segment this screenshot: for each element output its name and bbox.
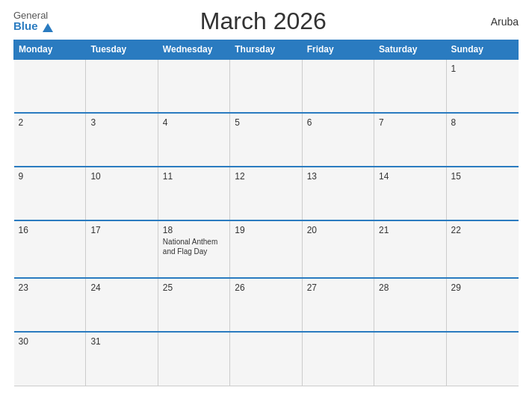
calendar-cell: 7: [374, 113, 446, 167]
day-number: 9: [19, 171, 81, 182]
weekday-header-sunday: Sunday: [446, 40, 518, 60]
calendar-cell: 26: [230, 278, 302, 332]
weekday-header-thursday: Thursday: [230, 40, 302, 60]
calendar-cell: 20: [302, 220, 374, 278]
day-number: 19: [235, 225, 297, 235]
day-number: 10: [90, 171, 152, 182]
day-number: 3: [90, 117, 152, 128]
calendar-week-row: 2345678: [14, 113, 519, 167]
weekday-header-tuesday: Tuesday: [86, 40, 158, 60]
day-number: 20: [307, 225, 369, 235]
day-number: 29: [451, 282, 514, 293]
weekday-header-saturday: Saturday: [374, 40, 446, 60]
calendar-cell: 17: [86, 220, 158, 278]
calendar-week-row: 1: [14, 59, 519, 113]
country-label: Aruba: [474, 16, 519, 28]
calendar-cell: [86, 59, 158, 113]
day-number: 14: [379, 171, 441, 182]
calendar-cell: 21: [374, 220, 446, 278]
day-number: 11: [163, 171, 225, 182]
calendar-cell: 22: [446, 220, 518, 278]
weekday-header-row: MondayTuesdayWednesdayThursdayFridaySatu…: [14, 40, 519, 60]
calendar-cell: [14, 59, 86, 113]
calendar-cell: 3: [86, 113, 158, 167]
calendar-cell: [374, 59, 446, 113]
calendar-cell: [230, 59, 302, 113]
day-number: 26: [235, 282, 297, 293]
calendar-cell: [230, 332, 302, 386]
calendar-week-row: 3031: [14, 332, 519, 386]
calendar-table: MondayTuesdayWednesdayThursdayFridaySatu…: [13, 40, 519, 386]
day-number: 1: [451, 64, 514, 74]
calendar-cell: 11: [158, 167, 229, 220]
calendar-cell: 4: [158, 113, 229, 167]
calendar-cell: 9: [14, 167, 86, 220]
day-number: 7: [379, 117, 441, 128]
calendar-cell: 12: [230, 167, 302, 220]
weekday-header-monday: Monday: [14, 40, 86, 60]
day-number: 17: [90, 225, 152, 235]
day-number: 13: [307, 171, 369, 182]
day-number: 30: [19, 336, 81, 347]
day-number: 23: [19, 282, 81, 293]
calendar-cell: 16: [14, 220, 86, 278]
calendar-cell: 2: [14, 113, 86, 167]
logo-triangle-icon: [43, 23, 53, 32]
calendar-title: March 2026: [53, 7, 474, 35]
calendar-cell: 30: [14, 332, 86, 386]
day-number: 6: [307, 117, 369, 128]
calendar-cell: 19: [230, 220, 302, 278]
weekday-header-friday: Friday: [302, 40, 374, 60]
day-number: 28: [379, 282, 441, 293]
calendar-cell: 1: [446, 59, 518, 113]
calendar-cell: 31: [86, 332, 158, 386]
calendar-header: General Blue March 2026 Aruba: [13, 7, 519, 35]
day-number: 31: [90, 336, 152, 347]
calendar-cell: [302, 59, 374, 113]
calendar-cell: 8: [446, 113, 518, 167]
calendar-cell: 18National Anthem and Flag Day: [158, 220, 229, 278]
calendar-cell: [302, 332, 374, 386]
calendar-week-row: 9101112131415: [14, 167, 519, 220]
calendar-cell: 14: [374, 167, 446, 220]
calendar-cell: 15: [446, 167, 518, 220]
logo-blue-text: Blue: [13, 20, 53, 31]
day-number: 4: [163, 117, 225, 128]
calendar-cell: [374, 332, 446, 386]
day-number: 8: [451, 117, 514, 128]
calendar-cell: 13: [302, 167, 374, 220]
day-number: 2: [19, 117, 81, 128]
day-number: 5: [235, 117, 297, 128]
calendar-week-row: 161718National Anthem and Flag Day192021…: [14, 220, 519, 278]
day-number: 16: [19, 225, 81, 235]
calendar-cell: 10: [86, 167, 158, 220]
event-label: National Anthem and Flag Day: [163, 237, 225, 256]
calendar-cell: 23: [14, 278, 86, 332]
day-number: 25: [163, 282, 225, 293]
calendar-cell: 29: [446, 278, 518, 332]
calendar-cell: 6: [302, 113, 374, 167]
calendar-cell: 25: [158, 278, 229, 332]
calendar-cell: [158, 332, 229, 386]
calendar-cell: [158, 59, 229, 113]
weekday-header-wednesday: Wednesday: [158, 40, 229, 60]
calendar-week-row: 23242526272829: [14, 278, 519, 332]
calendar-cell: 27: [302, 278, 374, 332]
day-number: 15: [451, 171, 514, 182]
day-number: 21: [379, 225, 441, 235]
calendar-cell: 28: [374, 278, 446, 332]
calendar-cell: [446, 332, 518, 386]
calendar-cell: 24: [86, 278, 158, 332]
day-number: 22: [451, 225, 514, 235]
day-number: 27: [307, 282, 369, 293]
calendar-cell: 5: [230, 113, 302, 167]
day-number: 24: [90, 282, 152, 293]
day-number: 18: [163, 225, 225, 235]
day-number: 12: [235, 171, 297, 182]
logo: General Blue: [13, 10, 53, 31]
